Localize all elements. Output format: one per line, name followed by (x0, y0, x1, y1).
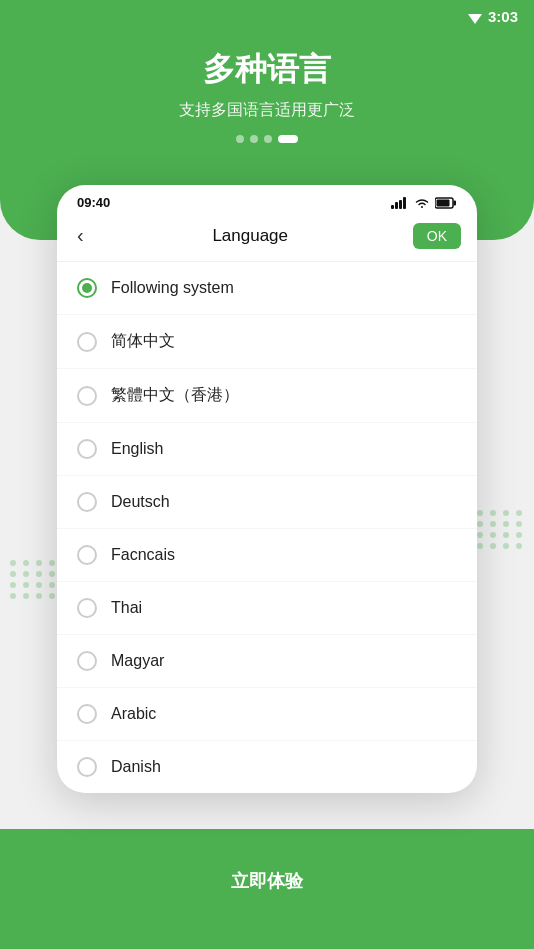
language-list: Following system 简体中文 繁體中文（香港） English D… (57, 262, 477, 793)
dot-3 (264, 135, 272, 143)
radio-deutsch[interactable] (77, 492, 97, 512)
wifi-icon (468, 10, 482, 24)
list-item[interactable]: Following system (57, 262, 477, 315)
inner-wifi-icon (414, 197, 430, 209)
lang-label-francais: Facncais (111, 546, 175, 564)
status-bar: 3:03 (0, 0, 534, 33)
svg-marker-0 (468, 14, 482, 24)
nav-bar: ‹ Language OK (57, 214, 477, 262)
lang-label-magyar: Magyar (111, 652, 164, 670)
list-item[interactable]: Facncais (57, 529, 477, 582)
radio-francais[interactable] (77, 545, 97, 565)
lang-label-english: English (111, 440, 163, 458)
dot-4-active (278, 135, 298, 143)
lang-label-deutsch: Deutsch (111, 493, 170, 511)
radio-arabic[interactable] (77, 704, 97, 724)
signal-icon (391, 197, 409, 209)
list-item[interactable]: Danish (57, 741, 477, 793)
svg-rect-1 (391, 205, 394, 209)
radio-magyar[interactable] (77, 651, 97, 671)
list-item[interactable]: 简体中文 (57, 315, 477, 369)
list-item[interactable]: English (57, 423, 477, 476)
decorative-dots-left (10, 560, 57, 599)
list-item[interactable]: 繁體中文（香港） (57, 369, 477, 423)
decorative-dots-right (477, 510, 524, 549)
lang-label-following-system: Following system (111, 279, 234, 297)
svg-rect-7 (437, 199, 450, 206)
radio-thai[interactable] (77, 598, 97, 618)
inner-status-bar: 09:40 (57, 185, 477, 214)
lang-label-arabic: Arabic (111, 705, 156, 723)
list-item[interactable]: Magyar (57, 635, 477, 688)
svg-rect-3 (399, 200, 402, 209)
radio-simplified-chinese[interactable] (77, 332, 97, 352)
inner-time: 09:40 (77, 195, 110, 210)
back-button[interactable]: ‹ (73, 220, 88, 251)
list-item[interactable]: Thai (57, 582, 477, 635)
page-subtitle: 支持多国语言适用更广泛 (20, 100, 514, 121)
svg-rect-6 (454, 200, 457, 205)
svg-rect-4 (403, 197, 406, 209)
lang-label-simplified-chinese: 简体中文 (111, 331, 175, 352)
radio-following-system[interactable] (77, 278, 97, 298)
radio-danish[interactable] (77, 757, 97, 777)
pagination-dots (20, 135, 514, 143)
phone-mockup: 09:40 (57, 185, 477, 793)
status-icons: 3:03 (468, 8, 518, 25)
radio-traditional-chinese[interactable] (77, 386, 97, 406)
nav-title: Language (212, 226, 288, 246)
header-section: 多种语言 支持多国语言适用更广泛 (0, 38, 534, 163)
svg-rect-2 (395, 202, 398, 209)
inner-status-icons (391, 197, 457, 209)
experience-button[interactable]: 立即体验 (37, 851, 497, 911)
dot-1 (236, 135, 244, 143)
battery-icon (435, 197, 457, 209)
ok-button[interactable]: OK (413, 223, 461, 249)
list-item[interactable]: Deutsch (57, 476, 477, 529)
list-item[interactable]: Arabic (57, 688, 477, 741)
page-title: 多种语言 (20, 48, 514, 92)
lang-label-thai: Thai (111, 599, 142, 617)
time-display: 3:03 (488, 8, 518, 25)
dot-2 (250, 135, 258, 143)
lang-label-danish: Danish (111, 758, 161, 776)
lang-label-traditional-chinese: 繁體中文（香港） (111, 385, 239, 406)
radio-english[interactable] (77, 439, 97, 459)
